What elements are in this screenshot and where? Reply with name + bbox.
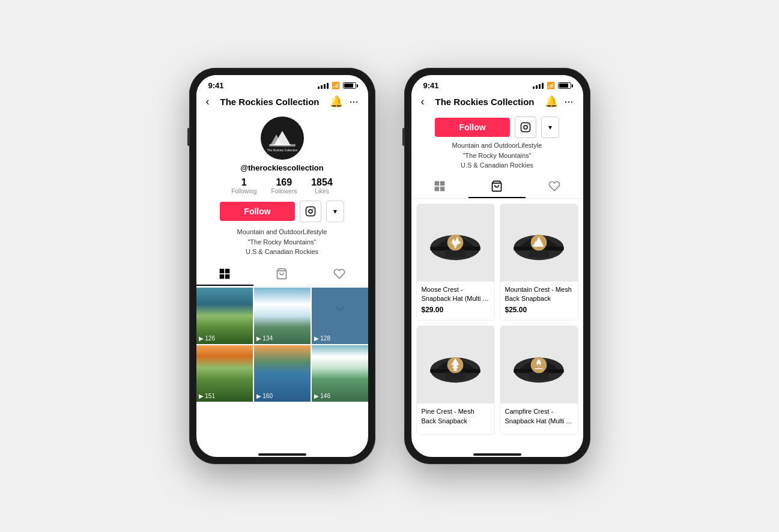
shop-content-right: Follow ▾ Mountain and OutdoorLifestyle "… xyxy=(411,112,583,457)
bio-line2-left: "The Rocky Mountains" xyxy=(247,238,316,246)
svg-rect-9 xyxy=(225,268,230,273)
svg-rect-3 xyxy=(269,144,296,147)
product-card-2[interactable]: Mountain Crest - Mesh Back Snapback $25.… xyxy=(500,204,578,321)
product-card-3[interactable]: Pine Crest - Mesh Back Snapback xyxy=(416,325,495,435)
back-button-left[interactable]: ‹ xyxy=(206,95,210,108)
tab-likes-left[interactable] xyxy=(311,263,368,286)
phone-right: 9:41 📶 ‹ The Rockies Coll xyxy=(404,68,590,464)
product-card-4[interactable]: Campfire Crest - Snapback Hat (Multi ... xyxy=(500,325,578,435)
follow-button-left[interactable]: Follow xyxy=(220,202,294,221)
bio-line1-left: Mountain and OutdoorLifestyle xyxy=(237,228,327,235)
tab-row-left xyxy=(196,263,368,286)
bio-line3-right: U.S & Canadian Rockies xyxy=(461,162,533,169)
nav-title-right: The Rockies Collection xyxy=(435,97,534,107)
signal-icon-left xyxy=(318,83,329,89)
status-icons-left: 📶 xyxy=(318,82,356,89)
stat-following-label: Following xyxy=(231,188,256,195)
wifi-icon-right: 📶 xyxy=(547,82,555,89)
svg-rect-37 xyxy=(454,368,457,371)
product-card-1[interactable]: Moose Crest - Snapback Hat (Multi ... $2… xyxy=(416,204,495,321)
profile-content-left: The Rockies Collection @therockiescollec… xyxy=(196,112,368,457)
product-img-3 xyxy=(417,326,494,404)
svg-point-6 xyxy=(309,210,312,213)
stat-likes-label: Likes xyxy=(315,188,329,195)
more-icon-right[interactable]: ··· xyxy=(564,95,573,108)
product-img-1 xyxy=(417,204,494,282)
svg-rect-10 xyxy=(220,274,225,279)
bio-line2-right: "The Rocky Mountains" xyxy=(462,152,531,159)
play-count-3: ▶ 128 xyxy=(314,335,330,342)
bio-line3-left: U.S & Canadian Rockies xyxy=(246,248,318,255)
svg-rect-33 xyxy=(445,372,465,379)
nav-actions-right: 🔔 ··· xyxy=(545,95,573,108)
svg-text:The Rockies Collection: The Rockies Collection xyxy=(267,148,297,152)
svg-rect-40 xyxy=(529,372,548,379)
more-dropdown-right[interactable]: ▾ xyxy=(541,116,559,138)
product-grid: Moose Crest - Snapback Hat (Multi ... $2… xyxy=(411,201,583,438)
svg-point-7 xyxy=(312,208,314,210)
tab-row-right xyxy=(411,175,583,199)
more-icon-left[interactable]: ··· xyxy=(349,95,358,108)
wifi-icon-left: 📶 xyxy=(332,82,340,89)
tab-shop-left[interactable] xyxy=(253,263,311,286)
phone-notch-left xyxy=(258,453,306,456)
stat-likes-num: 1854 xyxy=(311,177,333,188)
play-count-6: ▶ 146 xyxy=(314,393,330,399)
product-img-4 xyxy=(500,326,578,404)
product-price-2: $25.00 xyxy=(500,304,578,315)
bell-icon-left[interactable]: 🔔 xyxy=(330,95,343,108)
more-dropdown-left[interactable]: ▾ xyxy=(326,201,344,222)
status-time-left: 9:41 xyxy=(208,81,224,90)
video-thumb-4[interactable]: ▶ 151 xyxy=(196,345,253,402)
svg-rect-5 xyxy=(306,207,315,216)
svg-rect-11 xyxy=(225,274,230,279)
bio-right: Mountain and OutdoorLifestyle "The Rocky… xyxy=(411,141,583,175)
nav-actions-left: 🔔 ··· xyxy=(330,95,358,108)
tab-grid-right[interactable] xyxy=(411,175,468,198)
product-price-4 xyxy=(500,427,578,429)
play-count-2: ▶ 134 xyxy=(256,335,273,342)
svg-point-14 xyxy=(524,125,527,129)
profile-handle-left: @therockiescollection xyxy=(240,163,323,172)
bell-icon-right[interactable]: 🔔 xyxy=(545,95,558,108)
svg-rect-13 xyxy=(521,123,530,132)
svg-rect-18 xyxy=(435,186,440,191)
back-button-right[interactable]: ‹ xyxy=(421,95,425,108)
phone-left: 9:41 📶 ‹ The Rockies Coll xyxy=(189,68,375,464)
svg-rect-8 xyxy=(220,268,225,273)
video-thumb-6[interactable]: ▶ 146 xyxy=(312,345,368,402)
stat-likes: 1854 Likes xyxy=(311,177,333,195)
instagram-button-right[interactable] xyxy=(515,116,536,138)
nav-title-left: The Rockies Collection xyxy=(220,97,319,107)
instagram-button-left[interactable] xyxy=(300,201,321,222)
tab-likes-right[interactable] xyxy=(526,175,583,198)
tab-shop-right[interactable] xyxy=(468,175,526,198)
stat-following-num: 1 xyxy=(241,177,247,188)
svg-rect-16 xyxy=(435,181,440,186)
follow-button-right[interactable]: Follow xyxy=(435,118,509,137)
scene: 9:41 📶 ‹ The Rockies Coll xyxy=(165,44,614,488)
stat-followers-label: Followers xyxy=(271,188,297,195)
svg-rect-23 xyxy=(445,250,465,258)
status-bar-right: 9:41 📶 xyxy=(411,75,583,92)
play-count-1: ▶ 126 xyxy=(199,335,215,342)
play-count-5: ▶ 160 xyxy=(256,393,273,399)
product-price-1: $29.00 xyxy=(417,304,494,315)
video-thumb-5[interactable]: ▶ 160 xyxy=(254,345,311,402)
product-img-2 xyxy=(500,204,578,282)
svg-point-15 xyxy=(527,124,529,125)
status-bar-left: 9:41 📶 xyxy=(196,75,368,92)
product-name-3: Pine Crest - Mesh Back Snapback xyxy=(417,404,494,427)
battery-icon-left xyxy=(343,82,356,89)
video-thumb-2[interactable]: ▶ 134 xyxy=(254,288,311,344)
nav-bar-right: ‹ The Rockies Collection 🔔 ··· xyxy=(411,92,583,112)
tab-grid-left[interactable] xyxy=(196,263,253,286)
stat-followers-num: 169 xyxy=(276,177,292,188)
bio-line1-right: Mountain and OutdoorLifestyle xyxy=(452,142,542,149)
stat-followers: 169 Followers xyxy=(271,177,297,195)
status-icons-right: 📶 xyxy=(533,82,571,89)
battery-icon-right xyxy=(558,82,571,89)
video-thumb-1[interactable]: ▶ 126 xyxy=(196,288,253,344)
signal-icon-right xyxy=(533,83,544,89)
video-thumb-3[interactable]: ▶ 128 xyxy=(312,288,368,344)
